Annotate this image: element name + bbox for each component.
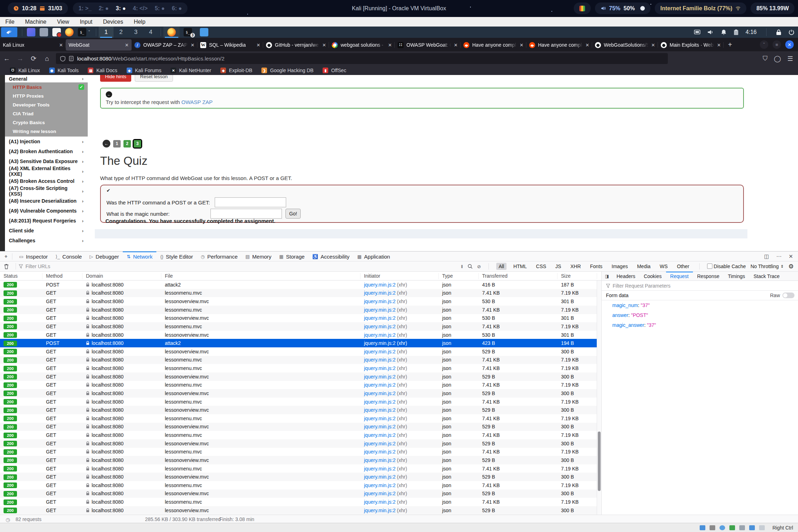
account-button[interactable]: ◯ [774,55,781,63]
column-header-initiator[interactable]: Initiator [360,273,439,279]
sidebar-lesson-cia-triad[interactable]: CIA Triad [5,109,88,118]
page-button-1[interactable]: 1 [113,140,121,148]
sidebar-lesson-http-basics[interactable]: HTTP Basics✓ [5,83,88,92]
table-row[interactable]: 200GETlocalhost:8080lessonmenu.mvcjquery… [0,322,601,331]
devtools-tab-console[interactable]: ⟩_Console [52,251,86,261]
tab-close-icon[interactable]: ✕ [717,42,721,48]
column-header-domain[interactable]: Domain [82,273,161,279]
bookmark-google-hacking-db[interactable]: ❯Google Hacking DB [261,68,313,73]
tab-close-icon[interactable]: ✕ [651,42,655,48]
details-tab-request[interactable]: Request [666,272,693,281]
window-manager-icon[interactable] [27,28,35,36]
initiator-link[interactable]: jquery.min.js:2 [364,407,395,413]
type-filter-fonts[interactable]: Fonts [588,263,605,270]
question1-input[interactable] [215,197,286,207]
column-header-size[interactable]: Size [557,273,597,279]
kali-menu-button[interactable] [1,27,17,37]
initiator-link[interactable]: jquery.min.js:2 [364,466,395,472]
question2-input[interactable] [210,209,282,219]
notifications-tray-icon[interactable] [721,29,727,35]
bookmark-kali-docs[interactable]: ▤Kali Docs [88,68,117,73]
table-row[interactable]: 200GETlocalhost:8080lessonoverview.mvcjq… [0,347,601,356]
host-app-indicator[interactable] [574,2,591,14]
details-tab-response[interactable]: Response [693,272,724,281]
sidebar-lesson-http-proxies[interactable]: HTTP Proxies [5,92,88,100]
initiator-link[interactable]: jquery.min.js:2 [364,499,395,505]
vbox-menu-devices[interactable]: Devices [98,19,128,25]
type-filter-other[interactable]: Other [675,263,692,270]
filter-urls-input[interactable]: Filter URLs [19,264,50,269]
browser-tab-3[interactable]: /OWASP ZAP – ZAP in✕ [132,39,197,51]
browser-tab-2[interactable]: WebGoat✕ [66,39,132,51]
initiator-link[interactable]: jquery.min.js:2 [364,482,395,488]
details-tab-stack-trace[interactable]: Stack Trace [749,272,784,281]
table-row[interactable]: 200GETlocalhost:8080lessonmenu.mvcjquery… [0,448,601,456]
table-row[interactable]: 200GETlocalhost:8080lessonoverview.mvcjq… [0,389,601,398]
devtools-tab-debugger[interactable]: ▷Debugger [86,251,123,261]
browser-tab-8[interactable]: Have anyone compl✕ [461,39,526,51]
filter-request-parameters-input[interactable]: Filter Request Parameters [602,281,798,291]
initiator-link[interactable]: jquery.min.js:2 [364,332,395,338]
table-row[interactable]: 200GETlocalhost:8080lessonoverview.mvcjq… [0,490,601,498]
table-row[interactable]: 200GETlocalhost:8080lessonmenu.mvcjquery… [0,398,601,406]
kali-workspace-4[interactable]: 4 [143,27,158,38]
bookmark-kali-linux[interactable]: ᘮKali Linux [10,68,40,73]
initiator-link[interactable]: jquery.min.js:2 [364,432,395,438]
sidebar-item--a7-cross-site-scripting-xss-[interactable]: (A7) Cross-Site Scripting (XSS)› [5,186,88,196]
search-icon[interactable] [468,264,473,269]
throttling-dropdown[interactable]: No Throttling⇕ [751,264,784,269]
block-requests-icon[interactable]: ⊘ [477,264,481,269]
browser-tab-9[interactable]: Have anyone comple✕ [526,39,592,51]
sidebar-item-client-side[interactable]: Client side› [5,226,88,236]
vbox-menu-help[interactable]: Help [128,19,151,25]
details-tab-headers[interactable]: Headers [612,272,640,281]
initiator-link[interactable]: jquery.min.js:2 [364,457,395,463]
kali-workspace-3[interactable]: 3 [128,27,143,38]
table-row[interactable]: 200GETlocalhost:8080lessonoverview.mvcjq… [0,456,601,464]
host-battery-widget[interactable]: 85% 13.99W [751,2,794,14]
close-window-button[interactable]: ✕ [785,40,794,49]
devtools-tab-network[interactable]: ⇅Network [123,251,156,261]
tab-close-icon[interactable]: ✕ [59,42,63,48]
lock-screen-icon[interactable] [776,29,781,35]
details-tab-cookies[interactable]: Cookies [640,272,666,281]
tab-close-icon[interactable]: ✕ [191,42,195,48]
initiator-link[interactable]: jquery.min.js:2 [364,365,395,371]
sidebar-item--a5-broken-access-control[interactable]: (A5) Broken Access Control› [5,176,88,186]
network-tray-icon[interactable] [694,30,700,35]
text-editor-icon[interactable] [52,28,61,36]
url-bar[interactable]: localhost:8080/WebGoat/start.mvc#lesson/… [56,53,668,64]
split-panel-icon[interactable]: ◨ [602,274,612,279]
bookmark-kali-forums[interactable]: ◆Kali Forums [127,68,162,73]
table-row[interactable]: 200GETlocalhost:8080lessonoverview.mvcjq… [0,506,601,515]
pagination-prev-button[interactable]: ← [103,140,110,148]
initiator-link[interactable]: jquery.min.js:2 [364,399,395,405]
bookmark-offsec[interactable]: ▮OffSec [323,68,346,73]
devtools-tab-accessibility[interactable]: ♿Accessibility [308,251,353,261]
taskbar-window-terminal[interactable]: $_ 3 [180,27,196,38]
page-button-3[interactable]: 3 [134,140,141,148]
sidebar-item-general[interactable]: General› [5,75,88,82]
initiator-link[interactable]: jquery.min.js:2 [364,491,395,496]
pick-element-icon[interactable]: ⌖ [0,253,12,260]
devtools-tab-application[interactable]: ▩Application [353,251,394,261]
kali-workspace-2[interactable]: 2 [114,27,128,38]
raw-toggle-switch[interactable] [782,293,794,298]
table-row[interactable]: 200GETlocalhost:8080lessonmenu.mvcjquery… [0,306,601,314]
type-filter-css[interactable]: CSS [533,263,549,270]
terminal-launcher-icon[interactable]: $_ [78,28,86,36]
details-tab-timings[interactable]: Timings [724,272,750,281]
form-data-section-header[interactable]: Form data Raw [602,291,798,300]
tab-close-icon[interactable]: ✕ [322,42,326,48]
devtools-meatball-menu-icon[interactable]: ⋯ [776,253,781,260]
devtools-tab-storage[interactable]: ▦Storage [275,251,308,261]
tab-close-icon[interactable]: ✕ [388,42,392,48]
tab-close-icon[interactable]: ✕ [125,42,129,48]
bookmark-kali-tools[interactable]: ◉Kali Tools [49,68,79,73]
tracking-protection-shield-icon[interactable] [60,56,65,62]
initiator-link[interactable]: jquery.min.js:2 [364,357,395,363]
initiator-link[interactable]: jquery.min.js:2 [364,424,395,429]
initiator-link[interactable]: jquery.min.js:2 [364,416,395,421]
bookmark-exploit-db[interactable]: ◆Exploit-DB [220,68,252,73]
sidebar-item--a4-xml-external-entities-xxe-[interactable]: (A4) XML External Entities (XXE)› [5,166,88,176]
